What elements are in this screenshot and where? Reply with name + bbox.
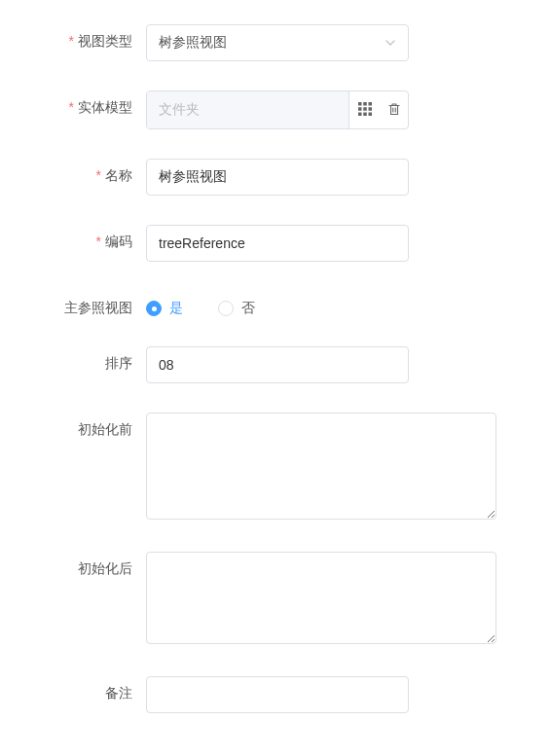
label-after-init: 初始化后 [29,552,146,578]
radio-label-yes: 是 [169,300,183,317]
control-before-init [146,413,511,522]
field-code: 编码 [29,225,511,262]
control-after-init [146,552,511,647]
label-remark: 备注 [29,676,146,702]
svg-rect-2 [369,102,373,106]
svg-rect-3 [358,107,362,111]
clear-button[interactable] [381,91,408,128]
textarea-before-init[interactable] [146,413,496,520]
label-order: 排序 [29,346,146,373]
svg-rect-1 [363,102,367,106]
input-order[interactable] [146,346,409,383]
radio-circle-no [218,301,234,316]
select-view-type[interactable]: 树参照视图 [146,24,409,61]
input-name[interactable] [146,159,409,196]
field-order: 排序 [29,346,511,383]
control-name [146,159,511,196]
label-name: 名称 [29,159,146,185]
label-before-init: 初始化前 [29,413,146,439]
radio-no[interactable]: 否 [218,300,255,317]
control-code [146,225,511,262]
input-code[interactable] [146,225,409,262]
radio-yes[interactable]: 是 [146,300,183,317]
grid-icon [358,102,372,119]
control-order [146,346,511,383]
label-main-ref-view: 主参照视图 [29,291,146,317]
field-after-init: 初始化后 [29,552,511,647]
field-before-init: 初始化前 [29,413,511,522]
grid-picker-button[interactable] [349,91,381,128]
svg-rect-5 [369,107,373,111]
field-remark: 备注 [29,676,511,713]
control-main-ref-view: 是 否 [146,291,511,317]
svg-rect-4 [363,107,367,111]
svg-rect-0 [358,102,362,106]
input-entity-model[interactable]: 文件夹 [147,91,348,128]
label-entity-model: 实体模型 [29,90,146,117]
chevron-down-icon [385,37,396,49]
field-main-ref-view: 主参照视图 是 否 [29,291,511,317]
label-view-type: 视图类型 [29,24,146,51]
radio-circle-yes [146,301,162,316]
field-entity-model: 实体模型 文件夹 [29,90,511,129]
entity-model-group: 文件夹 [146,90,409,129]
input-remark[interactable] [146,676,409,713]
select-view-type-value: 树参照视图 [159,34,227,52]
textarea-after-init[interactable] [146,552,496,644]
control-view-type: 树参照视图 [146,24,511,61]
field-view-type: 视图类型 树参照视图 [29,24,511,61]
control-entity-model: 文件夹 [146,90,511,129]
label-code: 编码 [29,225,146,251]
radio-label-no: 否 [241,300,255,317]
trash-icon [387,102,401,119]
control-remark [146,676,511,713]
svg-rect-6 [358,112,362,116]
svg-rect-8 [369,112,373,116]
svg-rect-7 [363,112,367,116]
field-name: 名称 [29,159,511,196]
radio-group-main-ref: 是 否 [146,291,511,317]
